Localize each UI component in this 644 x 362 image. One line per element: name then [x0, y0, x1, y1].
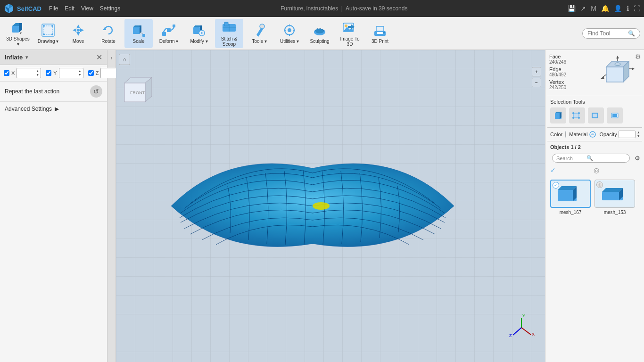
- doc-title: Furniture, instructables | Auto-save in …: [128, 5, 560, 12]
- color-dot[interactable]: [565, 131, 566, 138]
- viewport[interactable]: ⌂ FRONT + −: [116, 50, 545, 362]
- svg-point-12: [51, 33, 53, 35]
- tool-sculpting[interactable]: Sculpting: [305, 19, 334, 48]
- advanced-settings[interactable]: Advanced Settings ▶: [0, 101, 107, 116]
- opacity-label: Opacity: [599, 132, 617, 137]
- find-tool-box[interactable]: 🔍: [582, 28, 640, 39]
- y-input[interactable]: -9: [61, 70, 78, 76]
- mesh167-name: mesh_167: [560, 210, 582, 215]
- x-input-wrapper: -9 ▲▼: [17, 68, 41, 78]
- save-icon[interactable]: 💾: [568, 5, 576, 12]
- menu-edit[interactable]: Edit: [65, 5, 74, 12]
- svg-rect-26: [173, 25, 175, 27]
- tool-3d-print-label: 3D Print: [372, 39, 388, 44]
- nav-minus[interactable]: −: [532, 78, 541, 87]
- tool-rotate[interactable]: Rotate: [94, 19, 123, 48]
- menu-settings[interactable]: Settings: [100, 5, 120, 12]
- medium-icon[interactable]: M: [591, 5, 596, 12]
- svg-text:Y: Y: [522, 313, 525, 318]
- svg-text:FRONT: FRONT: [130, 90, 145, 95]
- tool-drawing[interactable]: Drawing ▾: [34, 19, 62, 48]
- svg-rect-83: [592, 113, 598, 118]
- tool-move[interactable]: Move: [64, 19, 92, 48]
- tool-sculpting-label: Sculpting: [310, 39, 329, 44]
- panel-settings-gear[interactable]: ⚙: [632, 50, 644, 63]
- sel-tool-face[interactable]: [550, 107, 566, 123]
- x-input[interactable]: -9: [19, 70, 36, 76]
- svg-text:Z: Z: [509, 333, 512, 338]
- mesh153-name: mesh_153: [604, 210, 626, 215]
- tool-modify[interactable]: Modify ▾: [185, 19, 213, 48]
- svg-marker-72: [632, 67, 635, 70]
- svg-point-53: [383, 32, 385, 33]
- front-view-cube: FRONT: [120, 74, 157, 109]
- mesh153-check: ◎: [596, 181, 603, 188]
- svg-point-11: [43, 33, 45, 35]
- object-card-mesh-167[interactable]: ✓ mesh_167: [550, 180, 591, 215]
- user-icon[interactable]: 👤: [614, 5, 622, 12]
- opacity-stepper[interactable]: ▲▼: [637, 131, 640, 138]
- y-stepper[interactable]: ▲▼: [78, 69, 82, 77]
- svg-rect-78: [573, 113, 579, 118]
- tool-deform[interactable]: Deform ▾: [155, 19, 183, 48]
- nav-plus[interactable]: +: [532, 67, 541, 76]
- color-label: Color: [550, 132, 562, 137]
- sel-tool-edge[interactable]: [588, 107, 604, 123]
- tool-stitch-scoop[interactable]: Stitch & Scoop: [215, 19, 243, 48]
- tool-3d-print[interactable]: 3D Print: [366, 19, 394, 48]
- tool-utilities[interactable]: Utilities ▾: [275, 19, 304, 48]
- menubar: SelfCAD File Edit View Settings Furnitur…: [0, 0, 644, 17]
- material-label[interactable]: Material: [569, 131, 596, 138]
- svg-line-61: [521, 328, 531, 335]
- svg-text:▾: ▾: [20, 31, 22, 35]
- app-logo[interactable]: SelfCAD: [4, 3, 41, 14]
- objects-search-box[interactable]: 🔍: [552, 154, 630, 163]
- z-axis-checkbox[interactable]: [88, 70, 94, 76]
- uncheck-all-button[interactable]: ◎: [594, 166, 599, 174]
- object-card-mesh-153[interactable]: ◎ mesh_153: [594, 180, 635, 215]
- tool-tools[interactable]: Tools ▾: [245, 19, 273, 48]
- repeat-button[interactable]: ↺: [90, 85, 102, 98]
- menu-view[interactable]: View: [81, 5, 93, 12]
- check-all-button[interactable]: ✓: [550, 166, 556, 174]
- objects-settings-gear[interactable]: ⚙: [635, 155, 640, 162]
- tool-image-to-3d[interactable]: Image To 3D: [336, 19, 364, 48]
- objects-search-input[interactable]: [556, 156, 585, 161]
- vertex-info: Vertex 242/250: [549, 79, 598, 90]
- svg-rect-34: [224, 22, 228, 26]
- axes-indicator: Y X Z: [507, 313, 536, 343]
- svg-marker-70: [616, 56, 619, 58]
- menu-file[interactable]: File: [49, 5, 58, 12]
- svg-point-39: [288, 28, 291, 32]
- x-stepper[interactable]: ▲▼: [36, 69, 39, 77]
- edge-info: Edge 480/492: [549, 66, 598, 77]
- selection-tools-row: [550, 107, 639, 123]
- sel-tool-vertex[interactable]: [569, 107, 585, 123]
- x-label: X: [11, 70, 15, 76]
- face-info: Face 240/246: [549, 54, 598, 65]
- y-axis-checkbox[interactable]: [46, 70, 51, 76]
- x-axis-checkbox[interactable]: [4, 70, 9, 76]
- tool-scale[interactable]: Scale: [124, 19, 153, 48]
- svg-rect-51: [376, 26, 384, 31]
- collapse-panel-button[interactable]: ‹: [107, 50, 116, 362]
- repeat-label: Repeat the last action: [5, 88, 59, 95]
- fullscreen-icon[interactable]: ⛶: [634, 5, 640, 12]
- share-icon[interactable]: ↗: [580, 5, 586, 12]
- tool-image-to-3d-label: Image To 3D: [338, 36, 362, 47]
- info-icon[interactable]: ℹ: [627, 5, 629, 12]
- tool-3d-shapes-label: 3D Shapes ▾: [6, 36, 30, 47]
- y-input-wrapper: -9 ▲▼: [59, 68, 83, 78]
- close-panel-button[interactable]: ✕: [96, 53, 102, 62]
- menu-items: File Edit View Settings: [49, 5, 120, 12]
- find-tool-input[interactable]: [587, 30, 625, 37]
- sel-tool-object[interactable]: [607, 107, 623, 123]
- svg-point-79: [572, 112, 574, 114]
- svg-point-37: [260, 24, 264, 29]
- opacity-input[interactable]: 100: [619, 131, 636, 138]
- bell-icon[interactable]: 🔔: [601, 5, 609, 12]
- home-button[interactable]: ⌂: [119, 54, 130, 65]
- tool-3d-shapes[interactable]: ▾ 3D Shapes ▾: [4, 19, 32, 48]
- tool-scale-label: Scale: [132, 39, 144, 44]
- x-axis-row: X -9 ▲▼ Y -9 ▲▼ Z -9 ▲▼: [0, 65, 107, 81]
